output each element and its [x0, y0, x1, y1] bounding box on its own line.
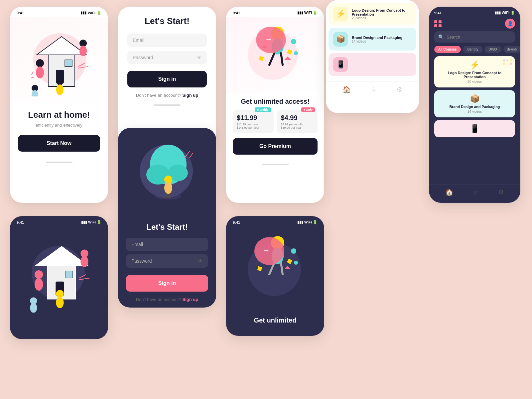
- course-videos-logo-light: 20 videos: [352, 16, 412, 20]
- svg-point-5: [36, 66, 44, 78]
- svg-point-11: [32, 90, 38, 96]
- home-indicator-2: [118, 101, 216, 109]
- tab-identity[interactable]: Identity: [463, 46, 483, 53]
- svg-point-42: [80, 256, 88, 267]
- time-1: 9:41: [17, 11, 24, 15]
- tab-brandi[interactable]: Brandi: [503, 46, 520, 53]
- start-now-button[interactable]: Start Now: [18, 135, 100, 152]
- svg-point-64: [291, 248, 296, 254]
- mobile-icon-dark: 📱: [438, 124, 511, 133]
- svg-rect-62: [287, 259, 292, 264]
- courses-dark-header: 👤: [429, 17, 520, 31]
- course-card-mobile-light[interactable]: 📱: [329, 53, 416, 76]
- status-icons-3: ▮▮▮ WiFi 🔋: [297, 11, 318, 15]
- decorative-dots-1: [502, 59, 512, 69]
- email-input-dark[interactable]: Email: [126, 238, 208, 251]
- tab-ui-ux[interactable]: UI/UX: [484, 46, 501, 53]
- svg-marker-1: [37, 37, 86, 55]
- signup-text-light: Don't have an account? Sign up: [127, 93, 207, 98]
- premium-person-svg: →: [241, 20, 308, 86]
- learn-dark-illustration: [10, 226, 108, 323]
- svg-rect-22: [287, 49, 292, 55]
- svg-point-40: [56, 297, 64, 308]
- svg-text:→: →: [263, 246, 270, 254]
- course-videos-logo-dark: 20 videos: [438, 80, 511, 83]
- pricing-cards: Monthly $11.99 $11.99 per month $143.99 …: [233, 110, 318, 133]
- svg-marker-34: [35, 246, 88, 266]
- box-icon-dark: 📦: [438, 94, 511, 103]
- bottom-nav-light: 🏠 ☆ ⚙: [326, 81, 419, 97]
- status-bar-courses-dark: 9:41 ▮▮▮ WiFi 🔋: [429, 7, 520, 17]
- course-card-brand-light[interactable]: 📦 Brand Design and Packaging 14 videos: [329, 28, 416, 51]
- svg-rect-63: [257, 266, 262, 271]
- password-input-light[interactable]: Password 👁: [127, 51, 207, 64]
- status-bar-learn-dark: 9:41 ▮▮▮ WiFi 🔋: [10, 216, 108, 226]
- phone-premium-light: 9:41 ▮▮▮ WiFi 🔋 →: [226, 7, 324, 203]
- box-icon: 📦: [333, 32, 348, 47]
- signin-button-light[interactable]: Sign in: [127, 71, 207, 87]
- svg-point-25: [294, 51, 298, 55]
- email-input-light[interactable]: Email: [127, 34, 207, 47]
- login-light-title: Let's Start!: [127, 16, 207, 26]
- house-illustration: [30, 23, 90, 96]
- phone-login-dark: Let's Start! Email Password 👁 Sign in Do…: [118, 128, 216, 308]
- svg-point-30: [510, 60, 512, 62]
- tab-all-courses[interactable]: All Courses: [434, 46, 461, 53]
- course-card-brand-dark[interactable]: 📦 Brand Design and Packaging 14 videos: [434, 90, 515, 117]
- canvas: 9:41 ▮▮▮ WiFi 🔋: [0, 0, 532, 399]
- gear-nav-icon-dark[interactable]: ⚙: [498, 188, 504, 196]
- monthly-per-month: $11.99 per month: [237, 123, 270, 126]
- course-title-logo-light: Logo Design: From Concept to Presentatio…: [352, 8, 412, 16]
- password-input-dark[interactable]: Password 👁: [126, 254, 208, 268]
- time-3: 9:41: [233, 11, 240, 15]
- svg-line-55: [190, 153, 193, 158]
- svg-line-12: [78, 63, 85, 66]
- eye-icon-dark: 👁: [198, 258, 203, 264]
- phone-courses-light-top: ⚡ Logo Design: From Concept to Presentat…: [326, 0, 419, 113]
- svg-point-53: [164, 182, 172, 194]
- svg-point-37: [35, 270, 43, 279]
- svg-rect-36: [65, 271, 73, 278]
- lightning-icon-dark: ⚡: [438, 60, 511, 69]
- star-nav-icon-dark[interactable]: ☆: [473, 188, 479, 196]
- monthly-badge: Monthly: [255, 107, 271, 112]
- signup-text-dark: Don't have an account? Sign up: [126, 297, 208, 305]
- signin-button-dark[interactable]: Sign in: [126, 275, 208, 292]
- pricing-card-monthly[interactable]: Monthly $11.99 $11.99 per month $143.99 …: [233, 110, 274, 133]
- svg-line-45: [79, 275, 86, 278]
- search-bar-dark[interactable]: 🔍 Search: [434, 31, 515, 43]
- gear-nav-icon-light[interactable]: ⚙: [396, 85, 402, 93]
- signup-link-dark[interactable]: Sign up: [183, 297, 199, 302]
- course-info-logo-light: Logo Design: From Concept to Presentatio…: [352, 8, 412, 20]
- svg-point-29: [506, 60, 508, 62]
- login-dark-form: Let's Start! Email Password 👁 Sign in Do…: [118, 214, 216, 305]
- svg-line-46: [79, 278, 90, 280]
- yearly-per-year: $59.99 per year: [281, 126, 314, 129]
- mobile-icon: 📱: [333, 57, 348, 72]
- course-title-logo-dark: Logo Design: From Concept to Presentatio…: [438, 71, 511, 79]
- time-premium-dark: 9:41: [233, 220, 240, 224]
- home-nav-icon-dark[interactable]: 🏠: [445, 188, 454, 196]
- svg-line-14: [32, 71, 33, 75]
- bottom-nav-dark: 🏠 ☆ ⚙: [429, 185, 520, 200]
- svg-point-4: [36, 59, 44, 67]
- home-nav-icon-light[interactable]: 🏠: [342, 85, 351, 93]
- course-card-logo-light[interactable]: ⚡ Logo Design: From Concept to Presentat…: [329, 3, 416, 25]
- filter-tabs-dark: All Courses Identity UI/UX Brandi: [429, 46, 520, 56]
- yearly-per-month: $4.99 per month: [281, 123, 314, 126]
- svg-point-9: [79, 46, 87, 56]
- signup-link-light[interactable]: Sign up: [183, 93, 199, 98]
- course-videos-brand-dark: 14 videos: [438, 110, 511, 113]
- go-premium-button[interactable]: Go Premium: [233, 138, 318, 155]
- svg-line-13: [78, 66, 88, 68]
- star-nav-icon-light[interactable]: ☆: [370, 85, 376, 93]
- course-card-mobile-dark[interactable]: 📱: [434, 120, 515, 137]
- course-card-logo-dark[interactable]: ⚡ Logo Design: From Concept to Presentat…: [434, 56, 515, 87]
- svg-point-32: [510, 63, 512, 65]
- course-info-brand-light: Brand Design and Packaging 14 videos: [352, 36, 402, 43]
- pricing-card-yearly[interactable]: Yearly $4.99 $4.99 per month $59.99 per …: [277, 110, 318, 133]
- premium-content: Get unlimited access! Monthly $11.99 $11…: [226, 93, 324, 159]
- grid-menu-icon[interactable]: [434, 20, 442, 27]
- svg-point-31: [503, 63, 505, 65]
- svg-point-6: [56, 78, 64, 85]
